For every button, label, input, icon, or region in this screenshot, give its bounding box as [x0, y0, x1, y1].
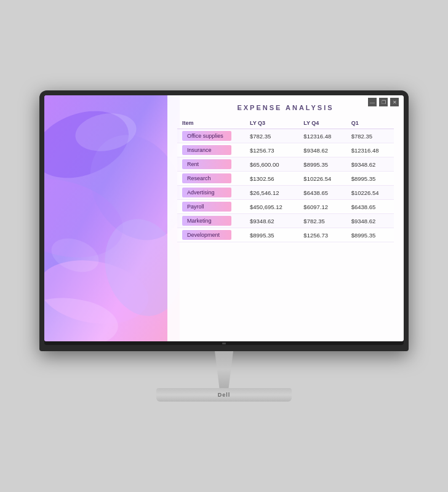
col-header-lyq3: LY Q3: [245, 117, 298, 129]
lyq4-cell: $9348.62: [298, 143, 346, 157]
lyq3-cell: $1256.73: [245, 143, 298, 157]
q1-cell: $12316.48: [346, 143, 394, 157]
lyq4-cell: $8995.35: [298, 157, 346, 172]
lyq3-cell: $8995.35: [245, 228, 298, 242]
table-row: Research$1302.56$10226.54$8995.35: [177, 172, 394, 186]
col-header-lyq4: LY Q4: [298, 117, 346, 129]
lyq3-cell: $450,695.12: [245, 200, 298, 214]
q1-cell: $8995.35: [346, 172, 394, 186]
item-cell: Rent: [177, 157, 245, 172]
monitor-power-button[interactable]: [222, 343, 226, 344]
lyq3-cell: $1302.56: [245, 172, 298, 186]
lyq3-cell: $26,546.12: [245, 186, 298, 200]
table-row: Insurance$1256.73$9348.62$12316.48: [177, 143, 394, 157]
lyq3-cell: $782.35: [245, 129, 298, 143]
item-cell: Development: [177, 228, 245, 242]
q1-cell: $10226.54: [346, 186, 394, 200]
table-row: Rent$65,600.00$8995.35$9348.62: [177, 157, 394, 172]
table-row: Marketing$9348.62$782.35$9348.62: [177, 214, 394, 228]
monitor-bottom-strip: [44, 341, 404, 345]
spreadsheet-title: EXPENSE ANALYSIS: [177, 104, 394, 111]
table-row: Payroll$450,695.12$6097.12$6438.65: [177, 200, 394, 214]
table-row: Office supplies$782.35$12316.48$782.35: [177, 129, 394, 143]
monitor-screen: — ❐ ✕: [44, 95, 404, 341]
lyq4-cell: $1256.73: [298, 228, 346, 242]
q1-cell: $9348.62: [346, 157, 394, 172]
table-header-row: Item LY Q3 LY Q4 Q1: [177, 117, 394, 129]
background-artwork: [44, 95, 180, 341]
item-cell: Payroll: [177, 200, 245, 214]
item-cell: Research: [177, 172, 245, 186]
monitor: — ❐ ✕: [39, 90, 409, 402]
item-cell: Marketing: [177, 214, 245, 228]
lyq3-cell: $65,600.00: [245, 157, 298, 172]
lyq4-cell: $782.35: [298, 214, 346, 228]
close-button[interactable]: ✕: [390, 98, 399, 106]
q1-cell: $6438.65: [346, 200, 394, 214]
spreadsheet-area: EXPENSE ANALYSIS Item LY Q3 LY Q4 Q1 Off…: [167, 95, 404, 341]
lyq3-cell: $9348.62: [245, 214, 298, 228]
q1-cell: $9348.62: [346, 214, 394, 228]
lyq4-cell: $10226.54: [298, 172, 346, 186]
table-row: Development$8995.35$1256.73$8995.35: [177, 228, 394, 242]
expense-table: Item LY Q3 LY Q4 Q1 Office supplies$782.…: [177, 117, 394, 242]
window-controls: — ❐ ✕: [368, 98, 399, 106]
q1-cell: $8995.35: [346, 228, 394, 242]
item-cell: Advertising: [177, 186, 245, 200]
item-cell: Insurance: [177, 143, 245, 157]
lyq4-cell: $6097.12: [298, 200, 346, 214]
col-header-q1: Q1: [346, 117, 394, 129]
monitor-base: Dell: [156, 388, 292, 402]
q1-cell: $782.35: [346, 129, 394, 143]
monitor-neck: [209, 351, 239, 388]
col-header-item: Item: [177, 117, 245, 129]
table-row: Advertising$26,546.12$6438.65$10226.54: [177, 186, 394, 200]
monitor-bezel: — ❐ ✕: [39, 90, 409, 351]
minimize-button[interactable]: —: [368, 98, 377, 106]
lyq4-cell: $6438.65: [298, 186, 346, 200]
item-cell: Office supplies: [177, 129, 245, 143]
maximize-button[interactable]: ❐: [379, 98, 388, 106]
dell-logo: Dell: [218, 392, 231, 398]
lyq4-cell: $12316.48: [298, 129, 346, 143]
